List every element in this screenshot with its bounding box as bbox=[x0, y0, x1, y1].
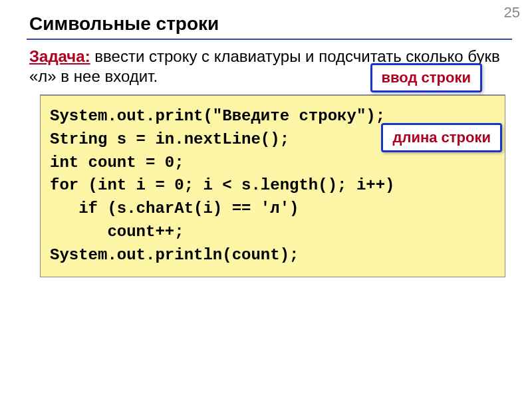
code-line-3: int count = 0; bbox=[50, 154, 184, 172]
callout-length: длина строки bbox=[381, 123, 502, 152]
code-line-7: System.out.println(count); bbox=[50, 246, 299, 264]
code-line-5: if (s.charAt(i) == 'л') bbox=[50, 200, 299, 217]
code-block: System.out.print("Введите строку"); Stri… bbox=[40, 94, 505, 277]
code-line-1: System.out.print("Введите строку"); bbox=[50, 107, 385, 125]
callout-input: ввод строки bbox=[370, 63, 482, 92]
code-line-4: for (int i = 0; i < s.length(); i++) bbox=[50, 176, 394, 194]
code-line-6: count++; bbox=[50, 223, 184, 241]
code-line-2: String s = in.nextLine(); bbox=[50, 130, 289, 148]
page-number: 25 bbox=[504, 4, 520, 21]
slide: 25 Символьные строки Задача: ввести стро… bbox=[7, 0, 525, 389]
task-label: Задача: bbox=[29, 47, 90, 65]
slide-title: Символьные строки bbox=[7, 0, 525, 39]
